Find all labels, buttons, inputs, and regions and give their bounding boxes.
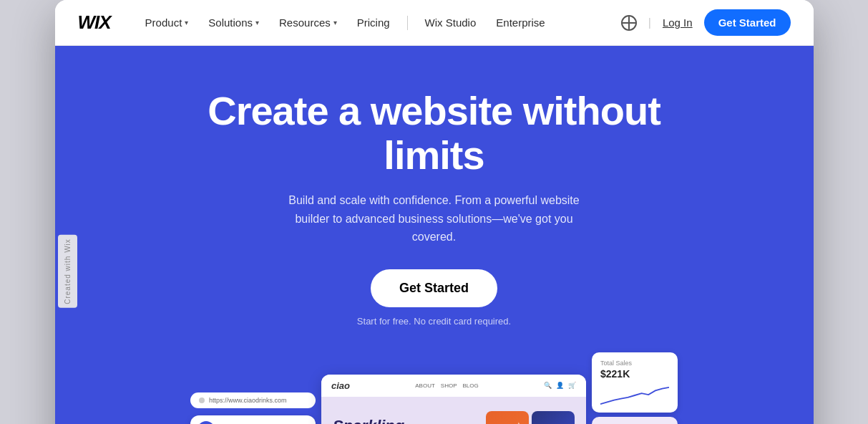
url-bar: https://www.ciaodrinks.com — [190, 392, 316, 408]
nav-solutions[interactable]: Solutions ▾ — [200, 11, 268, 34]
analytics-label: Total Sales — [600, 360, 669, 367]
site-text-area: SparklingFruit Soda SHOP NOW — [333, 417, 479, 424]
site-nav: ciao ABOUT SHOP BLOG 🔍 👤 🛒 — [321, 375, 586, 397]
analytics-value: $221K — [600, 368, 669, 380]
nav-pricing[interactable]: Pricing — [348, 11, 399, 34]
site-hero-area: SparklingFruit Soda SHOP NOW ciao ✦ ciao — [321, 397, 586, 424]
analytics-chart — [600, 384, 669, 405]
nav-wix-studio[interactable]: Wix Studio — [416, 11, 485, 34]
can-blue: ciao — [532, 411, 575, 424]
nav-items-container: Product ▾ Solutions ▾ Resources ▾ Pricin… — [137, 11, 621, 34]
ai-sparkle-icon: ✦ — [198, 421, 215, 424]
site-logo: ciao — [331, 380, 350, 391]
analytics-panel: Total Sales $221K ciao ✦ — [592, 352, 678, 424]
product-can-card: ciao ✦ — [592, 417, 678, 424]
wix-logo[interactable]: WIX — [78, 11, 111, 34]
cans-area: ciao ✦ ciao — [486, 411, 575, 424]
main-navigation: WIX Product ▾ Solutions ▾ Resources ▾ Pr… — [55, 0, 814, 46]
site-nav-shop: SHOP — [441, 382, 457, 389]
nav-right-actions: | Log In Get Started — [621, 9, 791, 36]
hero-note: Start for free. No credit card required. — [357, 316, 511, 327]
website-preview: ciao ABOUT SHOP BLOG 🔍 👤 🛒 — [321, 375, 586, 424]
language-selector-icon[interactable] — [621, 15, 637, 31]
user-icon: 👤 — [556, 382, 564, 389]
nav-get-started-button[interactable]: Get Started — [704, 9, 791, 36]
analytics-card: Total Sales $221K — [592, 352, 678, 413]
can-orange: ciao ✦ — [486, 411, 529, 424]
site-nav-blog: BLOG — [463, 382, 479, 389]
chevron-down-icon: ▾ — [185, 19, 188, 26]
site-nav-links: ABOUT SHOP BLOG — [415, 382, 478, 389]
mockup-area: https://www.ciaodrinks.com ✦ Want to cha… — [78, 347, 791, 424]
nav-enterprise[interactable]: Enterprise — [487, 11, 553, 34]
hero-subtitle: Build and scale with confidence. From a … — [284, 191, 585, 246]
hero-get-started-button[interactable]: Get Started — [371, 269, 497, 307]
ai-panel: https://www.ciaodrinks.com ✦ Want to cha… — [190, 392, 316, 424]
nav-divider — [407, 16, 408, 30]
url-dot — [199, 398, 205, 403]
hero-section: Create a website without limits Build an… — [55, 46, 814, 424]
can-star-icon: ✦ — [515, 420, 523, 424]
nav-product[interactable]: Product ▾ — [137, 11, 198, 34]
site-headline: SparklingFruit Soda — [333, 417, 479, 424]
ai-main-bubble: ✦ Want to change this layout? — [190, 415, 316, 424]
created-with-wix-tag: Created with Wix — [58, 235, 77, 308]
chevron-down-icon: ▾ — [255, 19, 259, 26]
login-link[interactable]: Log In — [663, 16, 693, 29]
chart-svg — [600, 385, 669, 405]
hero-title: Create a website without limits — [177, 89, 692, 177]
site-nav-about: ABOUT — [415, 382, 435, 389]
nav-resources[interactable]: Resources ▾ — [270, 11, 346, 34]
cart-icon: 🛒 — [568, 382, 576, 389]
search-icon: 🔍 — [544, 382, 552, 389]
nav-separator: | — [648, 16, 651, 29]
site-nav-icons: 🔍 👤 🛒 — [544, 382, 576, 389]
url-text: https://www.ciaodrinks.com — [209, 397, 287, 404]
chevron-down-icon: ▾ — [333, 19, 337, 26]
